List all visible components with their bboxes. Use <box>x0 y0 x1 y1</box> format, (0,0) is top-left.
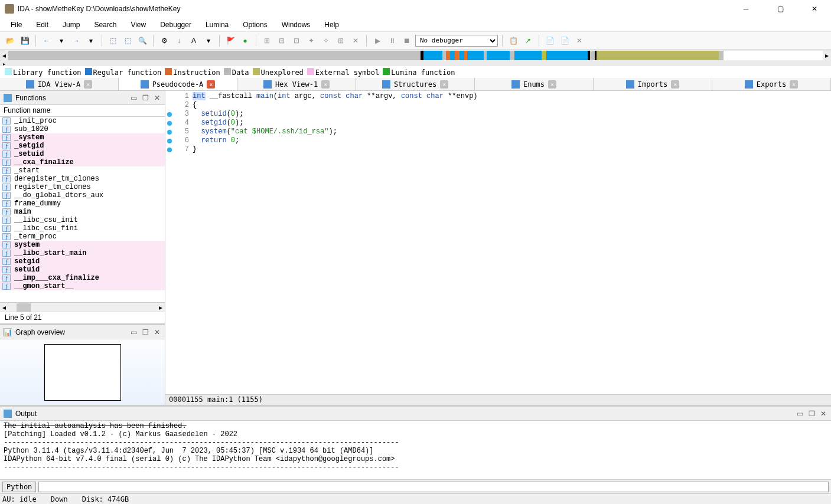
down-icon[interactable]: ↓ <box>172 34 185 47</box>
close-button[interactable]: ✕ <box>803 1 826 17</box>
python-input[interactable] <box>38 482 829 492</box>
play-icon[interactable]: ▶ <box>371 34 384 47</box>
code-line[interactable]: return 0; <box>193 136 830 145</box>
close-icon[interactable]: ✕ <box>153 94 161 102</box>
menu-debugger[interactable]: Debugger <box>154 19 197 30</box>
tab-imports[interactable]: Imports✕ <box>594 78 712 90</box>
function-row[interactable]: fsetgid <box>0 257 165 266</box>
function-row[interactable]: f__imp___cxa_finalize <box>0 274 165 282</box>
function-row[interactable]: fsystem <box>0 241 165 249</box>
code-line[interactable]: { <box>193 101 830 110</box>
back-icon[interactable]: ← <box>40 34 53 47</box>
tool-icon[interactable]: ⬚ <box>121 34 134 47</box>
save-icon[interactable]: 💾 <box>18 34 31 47</box>
tool-icon[interactable]: ⬚ <box>106 34 119 47</box>
function-row[interactable]: f_term_proc <box>0 233 165 241</box>
menu-search[interactable]: Search <box>88 19 122 30</box>
restore-icon[interactable]: ▭ <box>129 94 138 102</box>
menu-windows[interactable]: Windows <box>276 19 317 30</box>
nav-left-icon[interactable]: ◂ <box>0 51 8 60</box>
delete-icon[interactable]: ✕ <box>349 34 362 47</box>
restore-icon[interactable]: ▭ <box>796 410 804 418</box>
tab-hex-view-1[interactable]: Hex View-1✕ <box>237 78 356 90</box>
maximize-button[interactable]: ▢ <box>768 1 792 17</box>
function-row[interactable]: fmain <box>0 208 165 216</box>
menu-lumina[interactable]: Lumina <box>200 19 234 30</box>
menu-edit[interactable]: Edit <box>30 19 54 30</box>
tab-close-icon[interactable]: ✕ <box>548 80 556 89</box>
function-row[interactable]: fsetuid <box>0 266 165 274</box>
popout-icon[interactable]: ❐ <box>807 410 816 418</box>
tool-icon[interactable]: ⊡ <box>290 34 303 47</box>
code-line[interactable]: } <box>193 145 830 154</box>
function-row[interactable]: f__libc_csu_init <box>0 216 165 224</box>
close-icon[interactable]: ✕ <box>819 410 827 418</box>
function-row[interactable]: f__do_global_dtors_aux <box>0 191 165 199</box>
python-label[interactable]: Python <box>2 482 36 492</box>
breakpoint-dot[interactable] <box>167 139 172 143</box>
open-icon[interactable]: 📂 <box>4 34 17 47</box>
tool-icon[interactable]: ⊞ <box>260 34 273 47</box>
menu-file[interactable]: File <box>5 19 28 30</box>
tab-close-icon[interactable]: ✕ <box>207 80 215 89</box>
nav-right-icon[interactable]: ▸ <box>823 51 831 60</box>
menu-help[interactable]: Help <box>318 19 345 30</box>
tab-enums[interactable]: Enums✕ <box>475 78 594 90</box>
tab-pseudocode-a[interactable]: Pseudocode-A✕ <box>119 78 237 90</box>
function-row[interactable]: fregister_tm_clones <box>0 183 165 191</box>
pseudocode-view[interactable]: 1234567 int __fastcall main(int argc, co… <box>165 91 831 394</box>
horizontal-scrollbar[interactable]: ◂▸ <box>0 302 165 312</box>
close-icon[interactable]: ✕ <box>153 328 161 336</box>
code-line[interactable]: setgid(0); <box>193 119 830 127</box>
restore-icon[interactable]: ▭ <box>129 328 138 336</box>
function-row[interactable]: f__libc_csu_fini <box>0 224 165 233</box>
search-icon[interactable]: 🔍 <box>136 34 149 47</box>
menu-jump[interactable]: Jump <box>57 19 86 30</box>
dropdown-icon[interactable]: ▾ <box>84 34 97 47</box>
function-row[interactable]: fframe_dummy <box>0 199 165 208</box>
function-row[interactable]: fderegister_tm_clones <box>0 175 165 183</box>
function-row[interactable]: f__gmon_start__ <box>0 282 165 290</box>
dropdown-icon[interactable]: ▾ <box>202 34 215 47</box>
functions-column-header[interactable]: Function name <box>0 105 165 117</box>
pause-icon[interactable]: ⏸ <box>386 34 399 47</box>
function-row[interactable]: f_setuid <box>0 150 165 158</box>
flag-icon[interactable]: 🚩 <box>224 34 237 47</box>
tab-ida-view-a[interactable]: IDA View-A✕ <box>0 78 119 90</box>
function-row[interactable]: f_setgid <box>0 142 165 150</box>
breakpoint-dot[interactable] <box>167 121 172 126</box>
tool-icon[interactable]: 📋 <box>507 34 520 47</box>
tool-icon[interactable]: 📄 <box>558 34 571 47</box>
tool-icon[interactable]: ✧ <box>320 34 333 47</box>
nav-strip[interactable] <box>8 51 823 60</box>
function-row[interactable]: f__cxa_finalize <box>0 158 165 166</box>
tool-icon[interactable]: ⊟ <box>275 34 288 47</box>
breakpoint-dot[interactable] <box>167 148 172 152</box>
debugger-select[interactable]: No debugger <box>415 35 498 47</box>
record-icon[interactable]: ● <box>239 34 252 47</box>
text-icon[interactable]: A <box>187 34 200 47</box>
function-row[interactable]: f_system <box>0 133 165 142</box>
function-row[interactable]: f__libc_start_main <box>0 249 165 257</box>
tab-close-icon[interactable]: ✕ <box>321 80 330 89</box>
tab-close-icon[interactable]: ✕ <box>440 80 448 89</box>
function-row[interactable]: f_start <box>0 166 165 175</box>
tool-icon[interactable]: ⚙ <box>158 34 171 47</box>
dropdown-icon[interactable]: ▾ <box>55 34 68 47</box>
minimize-button[interactable]: ─ <box>734 1 758 17</box>
function-row[interactable]: f_init_proc <box>0 117 165 125</box>
menu-view[interactable]: View <box>125 19 152 30</box>
popout-icon[interactable]: ❐ <box>141 94 149 102</box>
graph-overview-body[interactable] <box>0 339 165 405</box>
tab-exports[interactable]: Exports✕ <box>712 78 831 90</box>
output-text[interactable]: The initial autoanalysis has been finish… <box>0 421 831 479</box>
forward-icon[interactable]: → <box>70 34 83 47</box>
tool-icon[interactable]: ↗ <box>522 34 535 47</box>
breakpoint-dot[interactable] <box>167 130 172 135</box>
breakpoint-dot[interactable] <box>167 112 172 117</box>
tab-close-icon[interactable]: ✕ <box>790 80 798 89</box>
menu-options[interactable]: Options <box>237 19 273 30</box>
function-row[interactable]: fsub_1020 <box>0 125 165 133</box>
code-line[interactable]: setuid(0); <box>193 110 830 119</box>
tab-structures[interactable]: Structures✕ <box>356 78 475 90</box>
